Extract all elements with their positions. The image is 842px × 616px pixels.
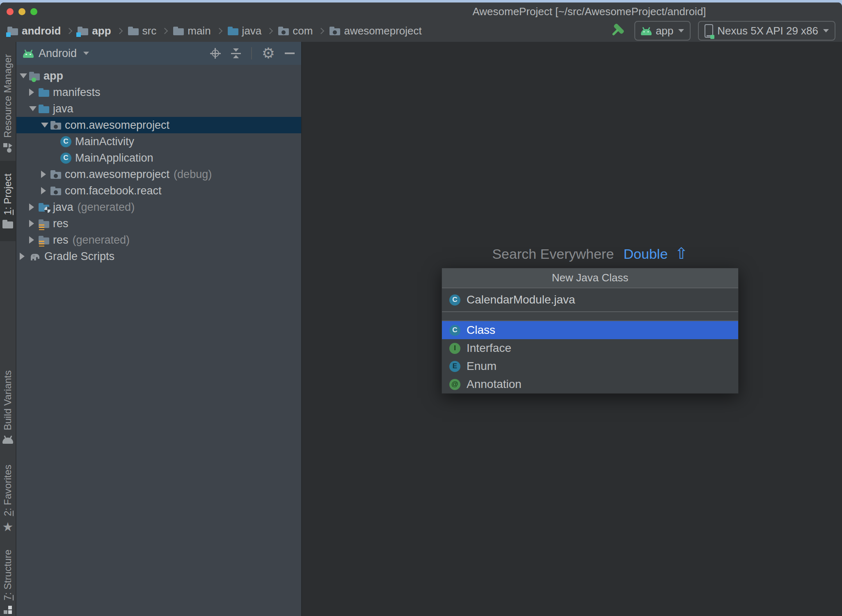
project-tree: app manifests java com.awesomeproject xyxy=(16,65,301,265)
package-icon xyxy=(50,170,61,179)
chevron-right-icon xyxy=(162,27,168,34)
package-icon xyxy=(278,27,289,35)
breadcrumb-item-com[interactable]: com xyxy=(278,25,313,37)
tool-button-structure[interactable]: 7: Structure xyxy=(0,543,16,615)
module-folder-icon xyxy=(78,27,88,35)
project-folder-icon xyxy=(2,220,13,228)
tool-button-build-variants[interactable]: Build Variants xyxy=(0,358,16,444)
chevron-right-icon xyxy=(318,27,325,34)
project-panel-header: Android ⚙ xyxy=(16,42,301,65)
zoom-window-button[interactable] xyxy=(30,8,37,15)
new-java-class-popup: New Java Class CalendarModule.java Class… xyxy=(442,268,739,394)
res-folder-icon xyxy=(39,219,49,228)
tool-button-project[interactable]: 1: Project xyxy=(0,161,16,241)
android-robot-icon xyxy=(641,29,652,35)
package-icon xyxy=(50,187,61,195)
tree-item-java-generated[interactable]: java (generated) xyxy=(16,199,301,215)
breadcrumb-item-android[interactable]: android xyxy=(7,25,61,37)
chevron-expanded-icon[interactable] xyxy=(41,120,50,130)
navigation-toolbar: android app src main java xyxy=(0,20,842,43)
chevron-right-icon xyxy=(116,27,123,34)
tool-button-favorites[interactable]: 2: Favorites ★ xyxy=(0,456,16,533)
star-icon: ★ xyxy=(2,521,14,533)
package-icon xyxy=(329,27,340,35)
tree-item-java[interactable]: java xyxy=(16,100,301,117)
generated-source-folder-icon xyxy=(39,203,49,212)
search-everywhere-hint: Search Everywhere Double ⇧ xyxy=(442,244,739,262)
option-class[interactable]: Class xyxy=(442,321,738,339)
chevron-collapsed-icon[interactable] xyxy=(29,87,39,97)
android-robot-icon xyxy=(23,52,34,58)
folder-icon xyxy=(39,88,49,97)
chevron-collapsed-icon[interactable] xyxy=(29,202,39,212)
option-enum[interactable]: Enum xyxy=(442,357,738,375)
chevron-down-icon[interactable] xyxy=(83,52,89,55)
chevron-collapsed-icon[interactable] xyxy=(41,186,50,196)
run-toolbar: app Nexus 5X API 29 x86 xyxy=(611,20,835,42)
window-title: AwesomeProject [~/src/AwesomeProject/and… xyxy=(472,3,706,20)
tree-item-manifests[interactable]: manifests xyxy=(16,84,301,100)
chevron-expanded-icon[interactable] xyxy=(29,104,39,114)
device-label: Nexus 5X API 29 x86 xyxy=(717,25,818,37)
tree-item-com-facebook-react[interactable]: com.facebook.react xyxy=(16,183,301,199)
close-window-button[interactable] xyxy=(7,8,14,15)
project-tool-window: Android ⚙ app xyxy=(16,42,302,616)
interface-icon xyxy=(449,343,460,354)
java-class-icon xyxy=(60,136,71,147)
tree-item-mainapplication[interactable]: MainApplication xyxy=(16,150,301,166)
chevron-right-icon xyxy=(66,27,73,34)
tree-item-gradle-scripts[interactable]: Gradle Scripts xyxy=(16,248,301,265)
tree-item-com-awesomeproject-debug[interactable]: com.awesomeproject (debug) xyxy=(16,166,301,183)
toolbar-separator xyxy=(251,47,252,59)
option-annotation[interactable]: Annotation xyxy=(442,375,738,393)
chevron-right-icon xyxy=(267,27,273,34)
res-folder-icon xyxy=(39,236,49,244)
class-name-input[interactable]: CalendarModule.java xyxy=(442,288,738,312)
chevron-right-icon xyxy=(216,27,222,34)
breadcrumb-item-java[interactable]: java xyxy=(228,25,262,37)
window-controls xyxy=(7,3,37,20)
gear-icon[interactable]: ⚙ xyxy=(262,48,275,59)
popup-divider xyxy=(442,312,738,321)
locate-file-icon[interactable] xyxy=(210,48,221,59)
java-class-icon xyxy=(60,153,71,164)
run-configuration-selector[interactable]: app xyxy=(634,21,691,41)
gradle-elephant-icon xyxy=(29,252,41,261)
module-folder-icon xyxy=(29,72,40,80)
tree-item-res-generated[interactable]: res (generated) xyxy=(16,232,301,248)
breadcrumb-item-main[interactable]: main xyxy=(173,25,210,37)
chevron-collapsed-icon[interactable] xyxy=(29,219,39,228)
minimize-window-button[interactable] xyxy=(18,8,25,15)
chevron-expanded-icon[interactable] xyxy=(20,71,29,81)
project-view-selector[interactable]: Android xyxy=(39,47,77,60)
hint-text: Search Everywhere xyxy=(492,246,614,262)
package-icon xyxy=(50,121,61,130)
folder-icon xyxy=(39,105,49,113)
tree-item-com-awesomeproject[interactable]: com.awesomeproject xyxy=(16,117,301,133)
popup-title: New Java Class xyxy=(442,268,738,288)
tree-item-mainactivity[interactable]: MainActivity xyxy=(16,133,301,150)
source-folder-icon xyxy=(228,27,238,35)
build-hammer-icon[interactable] xyxy=(611,23,627,39)
tree-item-res[interactable]: res xyxy=(16,215,301,232)
module-folder-icon xyxy=(7,27,18,35)
folder-icon xyxy=(128,27,139,35)
folder-icon xyxy=(173,27,184,35)
breadcrumb-item-awesomeproject[interactable]: awesomeproject xyxy=(329,25,421,37)
chevron-collapsed-icon[interactable] xyxy=(41,169,50,179)
device-phone-icon xyxy=(705,24,713,38)
device-selector[interactable]: Nexus 5X API 29 x86 xyxy=(698,21,835,41)
enum-icon xyxy=(449,361,460,372)
tree-item-app[interactable]: app xyxy=(16,68,301,84)
tool-window-strip: Resource Manager 1: Project Build Varian… xyxy=(0,42,16,616)
tool-button-resource-manager[interactable]: Resource Manager xyxy=(0,54,16,151)
collapse-all-icon[interactable] xyxy=(231,48,241,59)
option-interface[interactable]: Interface xyxy=(442,339,738,357)
breadcrumb-item-src[interactable]: src xyxy=(128,25,157,37)
java-class-icon xyxy=(449,294,460,306)
android-head-icon xyxy=(2,438,13,444)
breadcrumb-item-app[interactable]: app xyxy=(78,25,111,37)
chevron-collapsed-icon[interactable] xyxy=(20,251,29,261)
chevron-collapsed-icon[interactable] xyxy=(29,235,39,245)
hide-panel-icon[interactable] xyxy=(285,52,295,54)
